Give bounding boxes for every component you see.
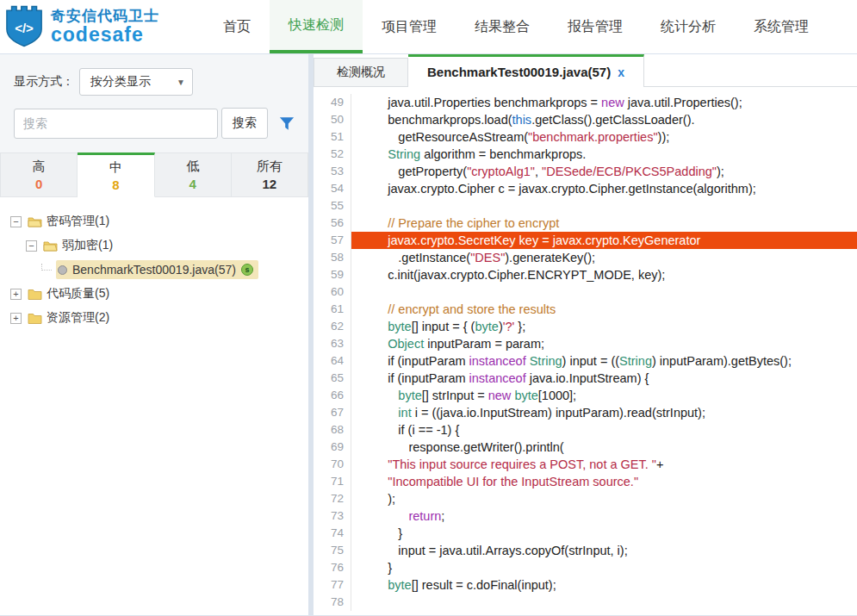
code-line: 66 byte[] strInput = new byte[1000]; — [314, 387, 857, 404]
severity-count: 12 — [263, 177, 277, 191]
code-line: 51 getResourceAsStream("benchmark.proper… — [314, 128, 857, 146]
code-line: 56 // Prepare the cipher to encrypt — [314, 215, 857, 232]
severity-count: 0 — [35, 177, 42, 191]
code-text: ); — [351, 490, 857, 507]
nav-item[interactable]: 系统管理 — [735, 0, 828, 53]
code-text: javax.crypto.Cipher c = javax.crypto.Cip… — [351, 180, 857, 197]
code-text: getProperty("cryptoAlg1", "DESede/ECB/PK… — [351, 163, 857, 180]
line-number: 71 — [314, 473, 351, 490]
severity-tab[interactable]: 所有12 — [232, 152, 308, 197]
code-text: javax.crypto.SecretKey key = javax.crypt… — [351, 232, 857, 249]
severity-tab-label: 低 — [186, 159, 199, 175]
code-text: } — [351, 525, 857, 542]
tree-item-label: BenchmarkTest00019.java(57) — [72, 263, 236, 277]
tree-item-label: 弱加密(1) — [62, 238, 113, 253]
tree-connector — [41, 264, 52, 271]
code-text: response.getWriter().println( — [351, 439, 857, 456]
line-number: 74 — [314, 525, 351, 542]
code-line: 58 .getInstance("DES").generateKey(); — [314, 249, 857, 266]
tree-row[interactable]: −弱加密(1) — [5, 233, 303, 258]
display-mode-select[interactable]: 按分类显示 ▼ — [79, 68, 193, 96]
code-text: } — [351, 559, 857, 576]
tree-item[interactable]: BenchmarkTest00019.java(57)s — [56, 260, 258, 279]
tree-row[interactable]: BenchmarkTest00019.java(57)s — [5, 258, 303, 282]
nav-item[interactable]: 统计分析 — [642, 0, 735, 53]
folder-icon — [43, 240, 58, 252]
line-number: 53 — [314, 163, 351, 180]
code-line: 61 // encrypt and store the results — [314, 301, 857, 318]
line-number: 65 — [314, 370, 351, 387]
search-button[interactable]: 搜索 — [221, 108, 268, 139]
line-number: 78 — [314, 594, 351, 611]
document-tab[interactable]: 检测概况 — [314, 58, 408, 86]
shield-code-icon: </> — [5, 5, 44, 48]
code-text: byte[] input = { (byte)'?' }; — [351, 318, 857, 335]
search-input[interactable] — [14, 109, 218, 139]
code-line: 67 int i = ((java.io.InputStream) inputP… — [314, 404, 857, 421]
filter-funnel-icon[interactable] — [279, 116, 295, 131]
code-text: "This input source requires a POST, not … — [351, 456, 857, 473]
line-number: 70 — [314, 456, 351, 473]
code-line: 54 javax.crypto.Cipher c = javax.crypto.… — [314, 180, 857, 197]
code-line: 49 java.util.Properties benchmarkprops =… — [314, 94, 857, 111]
code-line: 68 if (i == -1) { — [314, 421, 857, 439]
tree-row[interactable]: +资源管理(2) — [5, 306, 303, 330]
line-number: 62 — [314, 318, 351, 335]
collapse-icon[interactable]: − — [26, 240, 37, 252]
expand-icon[interactable]: + — [10, 289, 22, 300]
line-number: 60 — [314, 283, 351, 301]
tab-close-icon[interactable]: x — [618, 65, 624, 79]
line-number: 50 — [314, 111, 351, 128]
brand-logo[interactable]: </> 奇安信代码卫士 codesafe — [0, 0, 159, 53]
main-panel: 检测概况BenchmarkTest00019.java(57)x 49 java… — [314, 54, 857, 615]
nav-item[interactable]: 报告管理 — [549, 0, 642, 53]
tree-item[interactable]: 代码质量(5) — [26, 283, 115, 304]
line-number: 61 — [314, 301, 351, 318]
document-tab-label: BenchmarkTest00019.java(57) — [427, 65, 611, 79]
nav-item[interactable]: 项目管理 — [363, 0, 456, 53]
line-number: 67 — [314, 404, 351, 421]
brand-subtitle: codesafe — [51, 24, 159, 45]
severity-tab[interactable]: 中8 — [78, 152, 154, 197]
code-text: byte[] strInput = new byte[1000]; — [351, 387, 857, 404]
tree-item[interactable]: 资源管理(2) — [26, 308, 115, 328]
code-line: 55 — [314, 197, 857, 215]
line-number: 55 — [314, 197, 351, 215]
code-text: benchmarkprops.load(this.getClass().getC… — [351, 111, 857, 128]
nav-item[interactable]: 快速检测 — [270, 0, 363, 53]
file-dot-icon — [58, 265, 67, 275]
line-number: 51 — [314, 128, 351, 146]
severity-tab-label: 所有 — [257, 159, 283, 175]
collapse-icon[interactable]: − — [10, 216, 22, 227]
code-text: byte[] result = c.doFinal(input); — [351, 576, 857, 594]
code-line: 71 "Incompatible UI for the InputStream … — [314, 473, 857, 490]
document-tab[interactable]: BenchmarkTest00019.java(57)x — [408, 54, 644, 87]
severity-tab[interactable]: 低4 — [155, 152, 232, 197]
code-line: 74 } — [314, 525, 857, 542]
tree-row[interactable]: +代码质量(5) — [5, 282, 303, 306]
nav-item[interactable]: 首页 — [204, 0, 270, 53]
code-text: "Incompatible UI for the InputStream sou… — [351, 473, 857, 490]
expand-icon[interactable]: + — [10, 313, 22, 324]
code-text: Object inputParam = param; — [351, 335, 857, 352]
code-line: 52 String algorithm = benchmarkprops. — [314, 146, 857, 163]
line-number: 54 — [314, 180, 351, 197]
severity-count: 8 — [112, 177, 119, 192]
code-text: return; — [351, 507, 857, 525]
line-number: 75 — [314, 542, 351, 559]
tree-item[interactable]: 密码管理(1) — [26, 211, 115, 232]
nav-item[interactable]: 结果整合 — [456, 0, 549, 53]
code-line: 60 — [314, 283, 857, 301]
tree-item[interactable]: 弱加密(1) — [41, 235, 118, 256]
severity-tab-label: 中 — [109, 159, 122, 176]
tree-row[interactable]: −密码管理(1) — [5, 209, 303, 233]
code-viewer: 49 java.util.Properties benchmarkprops =… — [314, 87, 857, 615]
severity-tab[interactable]: 高0 — [0, 152, 78, 197]
line-number: 68 — [314, 421, 351, 439]
results-sidebar: 显示方式： 按分类显示 ▼ 搜索 高0中8低4所有12 −密码管理(1)−弱加密… — [0, 54, 308, 615]
code-text: if (i == -1) { — [351, 421, 857, 439]
code-line: 53 getProperty("cryptoAlg1", "DESede/ECB… — [314, 163, 857, 180]
line-number: 77 — [314, 576, 351, 594]
line-number: 59 — [314, 266, 351, 283]
display-mode-label: 显示方式： — [14, 74, 74, 90]
